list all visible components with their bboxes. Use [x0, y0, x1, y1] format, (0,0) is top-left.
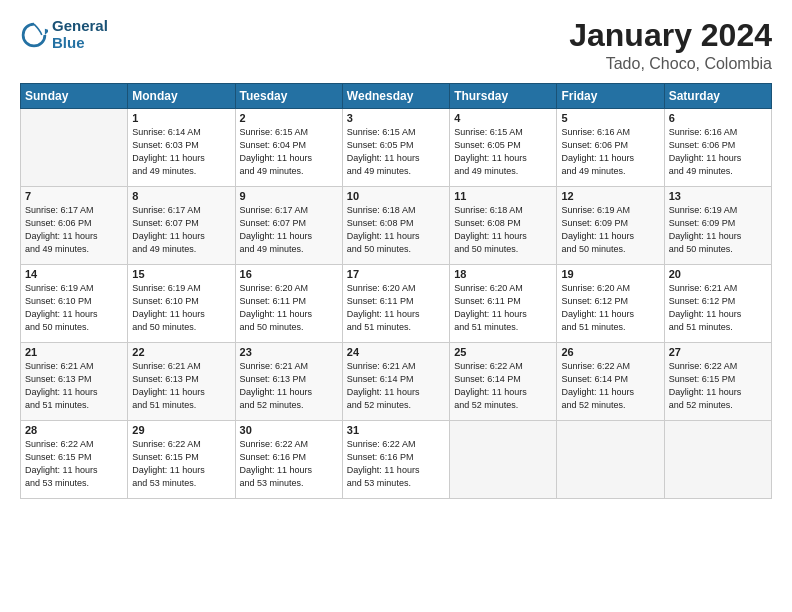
header-row: Sunday Monday Tuesday Wednesday Thursday… — [21, 84, 772, 109]
calendar-table: Sunday Monday Tuesday Wednesday Thursday… — [20, 83, 772, 499]
cell-detail: Sunrise: 6:19 AMSunset: 6:09 PMDaylight:… — [669, 204, 767, 256]
cell-detail: Sunrise: 6:20 AMSunset: 6:11 PMDaylight:… — [347, 282, 445, 334]
cell-detail: Sunrise: 6:22 AMSunset: 6:16 PMDaylight:… — [240, 438, 338, 490]
day-number: 29 — [132, 424, 230, 436]
day-number: 10 — [347, 190, 445, 202]
day-number: 2 — [240, 112, 338, 124]
day-number: 6 — [669, 112, 767, 124]
calendar-cell: 10Sunrise: 6:18 AMSunset: 6:08 PMDayligh… — [342, 187, 449, 265]
month-title: January 2024 — [569, 18, 772, 53]
title-block: January 2024 Tado, Choco, Colombia — [569, 18, 772, 73]
col-wednesday: Wednesday — [342, 84, 449, 109]
calendar-cell: 24Sunrise: 6:21 AMSunset: 6:14 PMDayligh… — [342, 343, 449, 421]
day-number: 9 — [240, 190, 338, 202]
calendar-cell: 2Sunrise: 6:15 AMSunset: 6:04 PMDaylight… — [235, 109, 342, 187]
day-number: 23 — [240, 346, 338, 358]
calendar-week-4: 21Sunrise: 6:21 AMSunset: 6:13 PMDayligh… — [21, 343, 772, 421]
calendar-cell: 8Sunrise: 6:17 AMSunset: 6:07 PMDaylight… — [128, 187, 235, 265]
calendar-week-2: 7Sunrise: 6:17 AMSunset: 6:06 PMDaylight… — [21, 187, 772, 265]
day-number: 3 — [347, 112, 445, 124]
day-number: 19 — [561, 268, 659, 280]
cell-detail: Sunrise: 6:22 AMSunset: 6:14 PMDaylight:… — [454, 360, 552, 412]
calendar-cell: 30Sunrise: 6:22 AMSunset: 6:16 PMDayligh… — [235, 421, 342, 499]
calendar-week-5: 28Sunrise: 6:22 AMSunset: 6:15 PMDayligh… — [21, 421, 772, 499]
col-thursday: Thursday — [450, 84, 557, 109]
calendar-cell: 22Sunrise: 6:21 AMSunset: 6:13 PMDayligh… — [128, 343, 235, 421]
calendar-cell: 16Sunrise: 6:20 AMSunset: 6:11 PMDayligh… — [235, 265, 342, 343]
calendar-cell — [21, 109, 128, 187]
day-number: 15 — [132, 268, 230, 280]
calendar-cell: 1Sunrise: 6:14 AMSunset: 6:03 PMDaylight… — [128, 109, 235, 187]
calendar-cell: 15Sunrise: 6:19 AMSunset: 6:10 PMDayligh… — [128, 265, 235, 343]
calendar-cell: 23Sunrise: 6:21 AMSunset: 6:13 PMDayligh… — [235, 343, 342, 421]
day-number: 16 — [240, 268, 338, 280]
calendar-cell: 12Sunrise: 6:19 AMSunset: 6:09 PMDayligh… — [557, 187, 664, 265]
cell-detail: Sunrise: 6:22 AMSunset: 6:15 PMDaylight:… — [132, 438, 230, 490]
day-number: 27 — [669, 346, 767, 358]
cell-detail: Sunrise: 6:16 AMSunset: 6:06 PMDaylight:… — [669, 126, 767, 178]
cell-detail: Sunrise: 6:20 AMSunset: 6:12 PMDaylight:… — [561, 282, 659, 334]
calendar-cell: 21Sunrise: 6:21 AMSunset: 6:13 PMDayligh… — [21, 343, 128, 421]
cell-detail: Sunrise: 6:20 AMSunset: 6:11 PMDaylight:… — [454, 282, 552, 334]
col-saturday: Saturday — [664, 84, 771, 109]
cell-detail: Sunrise: 6:21 AMSunset: 6:12 PMDaylight:… — [669, 282, 767, 334]
day-number: 31 — [347, 424, 445, 436]
cell-detail: Sunrise: 6:17 AMSunset: 6:07 PMDaylight:… — [240, 204, 338, 256]
calendar-cell: 20Sunrise: 6:21 AMSunset: 6:12 PMDayligh… — [664, 265, 771, 343]
cell-detail: Sunrise: 6:19 AMSunset: 6:10 PMDaylight:… — [25, 282, 123, 334]
location-title: Tado, Choco, Colombia — [569, 55, 772, 73]
calendar-cell: 5Sunrise: 6:16 AMSunset: 6:06 PMDaylight… — [557, 109, 664, 187]
cell-detail: Sunrise: 6:21 AMSunset: 6:13 PMDaylight:… — [132, 360, 230, 412]
day-number: 28 — [25, 424, 123, 436]
day-number: 30 — [240, 424, 338, 436]
cell-detail: Sunrise: 6:22 AMSunset: 6:14 PMDaylight:… — [561, 360, 659, 412]
calendar-cell — [450, 421, 557, 499]
col-tuesday: Tuesday — [235, 84, 342, 109]
day-number: 26 — [561, 346, 659, 358]
col-sunday: Sunday — [21, 84, 128, 109]
day-number: 11 — [454, 190, 552, 202]
day-number: 7 — [25, 190, 123, 202]
day-number: 4 — [454, 112, 552, 124]
calendar-cell: 18Sunrise: 6:20 AMSunset: 6:11 PMDayligh… — [450, 265, 557, 343]
cell-detail: Sunrise: 6:22 AMSunset: 6:15 PMDaylight:… — [669, 360, 767, 412]
cell-detail: Sunrise: 6:19 AMSunset: 6:09 PMDaylight:… — [561, 204, 659, 256]
calendar-cell: 4Sunrise: 6:15 AMSunset: 6:05 PMDaylight… — [450, 109, 557, 187]
cell-detail: Sunrise: 6:20 AMSunset: 6:11 PMDaylight:… — [240, 282, 338, 334]
day-number: 21 — [25, 346, 123, 358]
day-number: 12 — [561, 190, 659, 202]
cell-detail: Sunrise: 6:15 AMSunset: 6:05 PMDaylight:… — [454, 126, 552, 178]
day-number: 14 — [25, 268, 123, 280]
calendar-cell: 25Sunrise: 6:22 AMSunset: 6:14 PMDayligh… — [450, 343, 557, 421]
day-number: 1 — [132, 112, 230, 124]
calendar-cell: 27Sunrise: 6:22 AMSunset: 6:15 PMDayligh… — [664, 343, 771, 421]
logo-icon — [20, 21, 48, 49]
calendar-cell: 19Sunrise: 6:20 AMSunset: 6:12 PMDayligh… — [557, 265, 664, 343]
day-number: 17 — [347, 268, 445, 280]
calendar-cell: 28Sunrise: 6:22 AMSunset: 6:15 PMDayligh… — [21, 421, 128, 499]
cell-detail: Sunrise: 6:22 AMSunset: 6:16 PMDaylight:… — [347, 438, 445, 490]
col-friday: Friday — [557, 84, 664, 109]
calendar-cell: 26Sunrise: 6:22 AMSunset: 6:14 PMDayligh… — [557, 343, 664, 421]
day-number: 18 — [454, 268, 552, 280]
calendar-cell: 14Sunrise: 6:19 AMSunset: 6:10 PMDayligh… — [21, 265, 128, 343]
calendar-cell — [664, 421, 771, 499]
cell-detail: Sunrise: 6:16 AMSunset: 6:06 PMDaylight:… — [561, 126, 659, 178]
day-number: 22 — [132, 346, 230, 358]
calendar-cell — [557, 421, 664, 499]
cell-detail: Sunrise: 6:15 AMSunset: 6:04 PMDaylight:… — [240, 126, 338, 178]
col-monday: Monday — [128, 84, 235, 109]
logo: General Blue — [20, 18, 108, 51]
header: General Blue January 2024 Tado, Choco, C… — [20, 18, 772, 73]
cell-detail: Sunrise: 6:22 AMSunset: 6:15 PMDaylight:… — [25, 438, 123, 490]
day-number: 13 — [669, 190, 767, 202]
calendar-cell: 17Sunrise: 6:20 AMSunset: 6:11 PMDayligh… — [342, 265, 449, 343]
day-number: 24 — [347, 346, 445, 358]
calendar-cell: 7Sunrise: 6:17 AMSunset: 6:06 PMDaylight… — [21, 187, 128, 265]
calendar-cell: 9Sunrise: 6:17 AMSunset: 6:07 PMDaylight… — [235, 187, 342, 265]
cell-detail: Sunrise: 6:17 AMSunset: 6:07 PMDaylight:… — [132, 204, 230, 256]
cell-detail: Sunrise: 6:21 AMSunset: 6:13 PMDaylight:… — [25, 360, 123, 412]
svg-marker-0 — [45, 28, 48, 34]
day-number: 8 — [132, 190, 230, 202]
cell-detail: Sunrise: 6:21 AMSunset: 6:13 PMDaylight:… — [240, 360, 338, 412]
